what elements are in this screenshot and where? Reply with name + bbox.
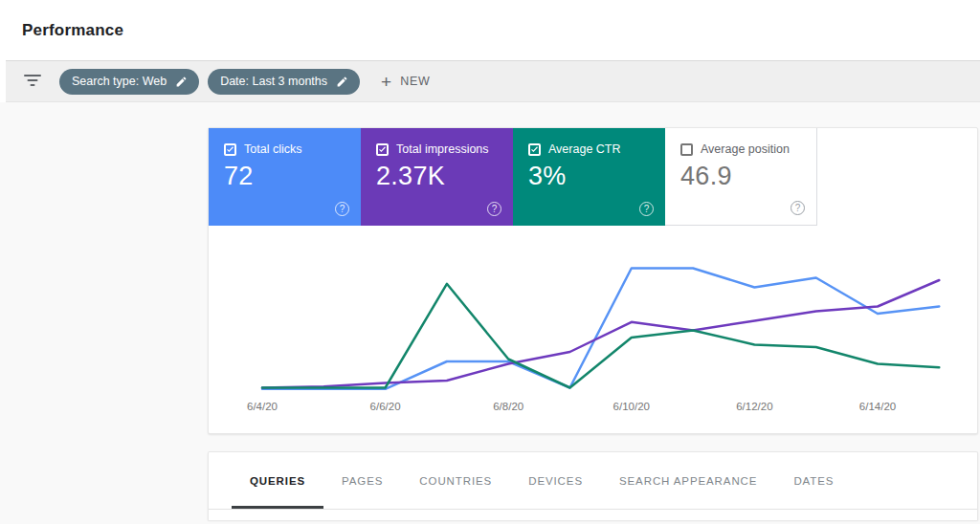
total-impressions-line [262,280,939,388]
metric-card-header: Average position [680,142,803,156]
tab-strip-divider [209,509,977,520]
new-filter-button[interactable]: + NEW [381,73,431,91]
filter-list-icon[interactable] [23,75,42,88]
metric-value: 72 [224,162,347,191]
help-icon[interactable]: ? [335,202,349,216]
metric-checkbox-icon[interactable] [680,143,693,156]
metric-card[interactable]: Total impressions 2.37K ? [361,128,513,226]
filter-chip-label: Date: Last 3 months [220,75,327,88]
metric-cards-row: Total clicks 72 ? Total impressions 2.37… [209,128,977,226]
metric-card-header: Total clicks [224,142,347,156]
filter-bar: Search type: Web Date: Last 3 months + N… [6,60,980,102]
help-icon[interactable]: ? [639,202,654,216]
dimension-tabs-card: QUERIES PAGES COUNTRIES DEVICES SEARCH A… [208,451,978,520]
metric-label: Average position [701,142,790,156]
edit-pencil-icon [175,76,188,88]
filter-chips: Search type: Web Date: Last 3 months [59,69,360,95]
x-axis-tick-label: 6/8/20 [493,401,523,412]
metric-value: 46.9 [680,162,803,191]
metric-card-header: Average CTR [528,142,652,156]
metric-card[interactable]: Average CTR 3% ? [513,128,665,226]
metric-value: 3% [528,162,652,191]
performance-chart: 6/4/206/6/206/8/206/10/206/12/206/14/20 [209,226,977,433]
metric-card-header: Total impressions [376,142,500,156]
x-axis-tick-label: 6/6/20 [370,401,401,412]
performance-card: Total clicks 72 ? Total impressions 2.37… [208,127,978,434]
x-axis-tick-label: 6/12/20 [736,401,772,412]
metric-card[interactable]: Average position 46.9 ? [665,128,817,226]
tab-devices[interactable]: DEVICES [510,452,601,509]
tab-queries[interactable]: QUERIES [232,452,323,509]
metric-card[interactable]: Total clicks 72 ? [209,128,361,226]
metric-checkbox-icon[interactable] [376,143,389,156]
page-header: Performance [0,0,980,60]
tab-search-appearance[interactable]: SEARCH APPEARANCE [601,452,775,509]
filter-chip[interactable]: Search type: Web [59,69,199,95]
x-axis-tick-label: 6/4/20 [247,401,278,412]
metric-label: Total impressions [396,142,489,156]
total-clicks-line [262,269,939,389]
plus-icon: + [381,73,391,91]
new-filter-label: NEW [400,75,431,88]
page-title: Performance [22,21,980,40]
filter-chip-label: Search type: Web [72,75,167,88]
metric-label: Average CTR [548,142,621,156]
performance-chart-svg: 6/4/206/6/206/8/206/10/206/12/206/14/20 [209,226,977,433]
x-axis-tick-label: 6/10/20 [613,401,650,412]
dimension-tab-strip: QUERIES PAGES COUNTRIES DEVICES SEARCH A… [209,452,977,509]
metric-label: Total clicks [244,142,301,156]
content-area: Total clicks 72 ? Total impressions 2.37… [0,102,980,524]
tab-dates[interactable]: DATES [775,452,852,509]
metric-checkbox-icon[interactable] [224,143,236,156]
help-icon[interactable]: ? [487,202,501,216]
metric-checkbox-icon[interactable] [528,143,541,156]
filter-chip[interactable]: Date: Last 3 months [208,69,360,95]
x-axis-tick-label: 6/14/20 [859,401,896,412]
metric-value: 2.37K [376,162,500,191]
tab-countries[interactable]: COUNTRIES [401,452,510,509]
tab-pages[interactable]: PAGES [323,452,401,509]
help-icon[interactable]: ? [791,201,805,215]
edit-pencil-icon [336,76,348,88]
